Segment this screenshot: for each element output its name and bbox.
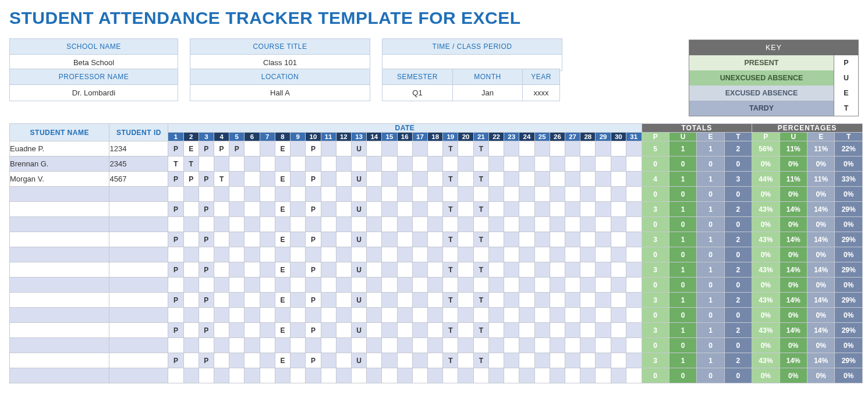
att-cell[interactable]	[443, 278, 458, 293]
att-cell[interactable]	[214, 323, 229, 338]
att-cell[interactable]	[260, 353, 275, 368]
att-cell[interactable]	[382, 217, 397, 232]
att-cell[interactable]	[550, 187, 565, 202]
att-cell[interactable]	[397, 353, 412, 368]
att-cell[interactable]: E	[275, 172, 290, 187]
att-cell[interactable]	[580, 157, 596, 172]
att-cell[interactable]	[168, 187, 183, 202]
att-cell[interactable]	[367, 232, 382, 247]
att-cell[interactable]	[580, 217, 596, 232]
student-id[interactable]	[109, 308, 168, 323]
att-cell[interactable]: P	[214, 141, 229, 157]
att-cell[interactable]	[321, 278, 336, 293]
att-cell[interactable]	[214, 368, 229, 383]
att-cell[interactable]	[428, 157, 443, 172]
att-cell[interactable]	[397, 308, 412, 323]
att-cell[interactable]	[397, 338, 412, 353]
att-cell[interactable]: E	[275, 293, 290, 308]
att-cell[interactable]	[260, 217, 275, 232]
att-cell[interactable]	[214, 278, 229, 293]
att-cell[interactable]	[473, 338, 488, 353]
att-cell[interactable]	[351, 217, 366, 232]
att-cell[interactable]	[488, 293, 504, 308]
att-cell[interactable]	[550, 172, 565, 187]
att-cell[interactable]	[519, 232, 534, 247]
att-cell[interactable]	[550, 338, 565, 353]
info-value[interactable]: Jan	[453, 85, 522, 101]
att-cell[interactable]	[275, 157, 290, 172]
att-cell[interactable]	[306, 278, 321, 293]
att-cell[interactable]	[245, 172, 260, 187]
att-cell[interactable]: P	[168, 202, 183, 217]
att-cell[interactable]	[229, 338, 245, 353]
att-cell[interactable]: U	[351, 141, 366, 157]
att-cell[interactable]	[275, 338, 290, 353]
student-id[interactable]	[109, 353, 168, 368]
att-cell[interactable]	[245, 278, 260, 293]
att-cell[interactable]	[428, 353, 443, 368]
att-cell[interactable]	[382, 308, 397, 323]
att-cell[interactable]: T	[473, 202, 488, 217]
att-cell[interactable]	[519, 353, 534, 368]
att-cell[interactable]	[306, 217, 321, 232]
att-cell[interactable]	[565, 157, 580, 172]
att-cell[interactable]	[428, 368, 443, 383]
att-cell[interactable]	[504, 217, 519, 232]
att-cell[interactable]	[336, 308, 351, 323]
att-cell[interactable]	[367, 293, 382, 308]
att-cell[interactable]	[336, 202, 351, 217]
att-cell[interactable]	[596, 308, 611, 323]
att-cell[interactable]	[458, 368, 473, 383]
student-id[interactable]	[109, 278, 168, 293]
att-cell[interactable]: T	[443, 353, 458, 368]
att-cell[interactable]	[245, 323, 260, 338]
att-cell[interactable]	[443, 157, 458, 172]
att-cell[interactable]	[214, 293, 229, 308]
att-cell[interactable]	[473, 278, 488, 293]
att-cell[interactable]	[214, 217, 229, 232]
att-cell[interactable]	[626, 278, 642, 293]
att-cell[interactable]	[183, 187, 199, 202]
att-cell[interactable]: T	[473, 141, 488, 157]
att-cell[interactable]	[260, 202, 275, 217]
att-cell[interactable]	[412, 157, 427, 172]
att-cell[interactable]	[397, 262, 412, 278]
att-cell[interactable]	[428, 308, 443, 323]
att-cell[interactable]	[596, 278, 611, 293]
att-cell[interactable]	[534, 187, 550, 202]
att-cell[interactable]	[519, 308, 534, 323]
att-cell[interactable]	[565, 202, 580, 217]
att-cell[interactable]	[519, 247, 534, 262]
att-cell[interactable]	[580, 247, 596, 262]
att-cell[interactable]: T	[168, 157, 183, 172]
att-cell[interactable]	[519, 262, 534, 278]
att-cell[interactable]	[565, 338, 580, 353]
att-cell[interactable]	[199, 308, 214, 323]
att-cell[interactable]	[458, 262, 473, 278]
att-cell[interactable]: P	[199, 202, 214, 217]
att-cell[interactable]	[596, 353, 611, 368]
student-name[interactable]	[10, 247, 109, 262]
att-cell[interactable]	[473, 187, 488, 202]
att-cell[interactable]	[397, 172, 412, 187]
att-cell[interactable]	[626, 338, 642, 353]
att-cell[interactable]	[428, 338, 443, 353]
att-cell[interactable]	[412, 323, 427, 338]
att-cell[interactable]	[596, 217, 611, 232]
att-cell[interactable]: P	[183, 172, 199, 187]
att-cell[interactable]	[534, 157, 550, 172]
student-name[interactable]	[10, 232, 109, 247]
att-cell[interactable]: T	[443, 323, 458, 338]
att-cell[interactable]	[580, 293, 596, 308]
att-cell[interactable]	[260, 278, 275, 293]
att-cell[interactable]	[412, 353, 427, 368]
student-id[interactable]	[109, 323, 168, 338]
att-cell[interactable]	[626, 232, 642, 247]
att-cell[interactable]	[199, 157, 214, 172]
att-cell[interactable]	[504, 172, 519, 187]
att-cell[interactable]	[351, 278, 366, 293]
att-cell[interactable]	[290, 232, 306, 247]
att-cell[interactable]	[565, 308, 580, 323]
att-cell[interactable]	[183, 338, 199, 353]
att-cell[interactable]	[611, 217, 626, 232]
